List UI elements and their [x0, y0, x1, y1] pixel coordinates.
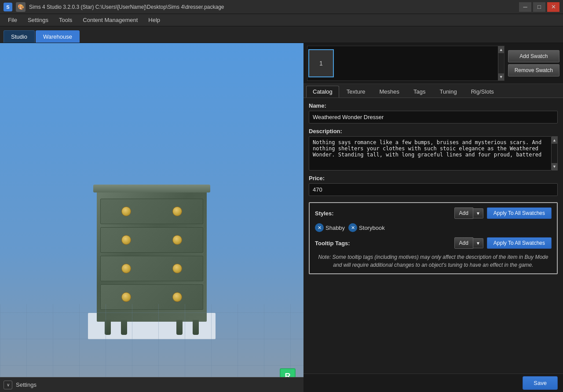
- app-icon: S: [4, 3, 12, 11]
- tooltip-add-button[interactable]: Add: [454, 237, 473, 249]
- dresser-3d-model: [88, 190, 216, 339]
- add-swatch-button[interactable]: Add Swatch: [508, 50, 559, 62]
- catalog-tab-meshes[interactable]: Meshes: [373, 86, 406, 98]
- drawer-knob: [172, 235, 182, 245]
- description-textarea[interactable]: [309, 136, 552, 171]
- style-tag-shabby-name: Shabby: [325, 225, 345, 231]
- menu-help[interactable]: Help: [144, 15, 165, 25]
- settings-label: Settings: [16, 381, 37, 388]
- drawer-knob: [121, 207, 131, 216]
- description-label: Description:: [309, 128, 558, 134]
- dresser-drawer-1: [100, 199, 203, 224]
- tooltip-add-chevron[interactable]: ▼: [473, 238, 483, 248]
- dresser-drawer-4: [100, 284, 203, 310]
- catalog-tab-texture[interactable]: Texture: [340, 86, 372, 98]
- desc-scroll-up[interactable]: ▲: [552, 137, 558, 144]
- viewport-render: R: [0, 43, 303, 392]
- catalog-content: Name: Description: ▲ ▼ Price: Styles:: [303, 98, 563, 374]
- style-tag-shabby-remove[interactable]: ✕: [315, 223, 324, 232]
- styles-label: Styles:: [315, 210, 334, 217]
- drawer-knob: [172, 264, 182, 273]
- drawer-knob: [121, 264, 131, 273]
- menu-bar: File Settings Tools Content Management H…: [0, 14, 563, 26]
- tab-warehouse[interactable]: Warehouse: [36, 30, 80, 43]
- swatch-scroll-up[interactable]: ▲: [498, 46, 504, 53]
- catalog-tab-catalog[interactable]: Catalog: [306, 86, 339, 98]
- menu-settings[interactable]: Settings: [23, 15, 53, 25]
- name-input[interactable]: [309, 111, 558, 123]
- window-controls: ─ □ ✕: [519, 2, 559, 12]
- dresser-top: [93, 185, 210, 192]
- dresser-drawer-2: [100, 227, 203, 253]
- main-content: R ∨ Settings 1 ▲ ▼ Add Swatch Remove Swa…: [0, 43, 563, 392]
- remove-swatch-button[interactable]: Remove Swatch: [508, 64, 559, 76]
- dresser-leg-4: [193, 320, 199, 335]
- description-scrollbar: ▲ ▼: [552, 136, 558, 171]
- window-title: Sims 4 Studio 3.2.0.3 (Star) C:\Users\[U…: [29, 4, 515, 10]
- right-panel: 1 ▲ ▼ Add Swatch Remove Swatch Catalog T…: [303, 43, 563, 392]
- style-tag-storybook-name: Storybook: [359, 225, 385, 231]
- swatch-item-1[interactable]: 1: [308, 49, 334, 77]
- menu-content-management[interactable]: Content Management: [78, 15, 142, 25]
- bottom-bar: Save: [303, 374, 563, 392]
- save-button[interactable]: Save: [523, 376, 558, 390]
- palette-icon: 🎨: [16, 2, 26, 12]
- title-bar: S 🎨 Sims 4 Studio 3.2.0.3 (Star) C:\User…: [0, 0, 563, 14]
- tooltip-add-dropdown: Add ▼: [454, 237, 483, 249]
- style-tag-storybook-remove[interactable]: ✕: [348, 223, 357, 232]
- description-wrapper: ▲ ▼: [309, 136, 558, 171]
- swatch-bar: 1 ▲ ▼ Add Swatch Remove Swatch: [303, 43, 563, 84]
- style-tag-storybook: ✕ Storybook: [348, 223, 385, 232]
- drawer-knob: [121, 235, 131, 245]
- drawer-knob: [172, 207, 182, 216]
- tab-studio[interactable]: Studio: [4, 30, 35, 43]
- viewport: R ∨ Settings: [0, 43, 303, 392]
- swatch-scrollbar: ▲ ▼: [498, 46, 504, 80]
- minimize-button[interactable]: ─: [519, 2, 531, 12]
- style-tag-shabby: ✕ Shabby: [315, 223, 345, 232]
- catalog-tab-tuning[interactable]: Tuning: [433, 86, 463, 98]
- catalog-tab-tags[interactable]: Tags: [407, 86, 432, 98]
- swatch-scroll-area[interactable]: 1 ▲ ▼: [307, 46, 505, 81]
- styles-add-chevron[interactable]: ▼: [473, 208, 483, 218]
- settings-chevron[interactable]: ∨: [4, 381, 12, 389]
- styles-add-dropdown: Add ▼: [454, 207, 483, 219]
- drawer-knob: [121, 292, 131, 302]
- close-button[interactable]: ✕: [547, 2, 559, 12]
- swatch-scroll-down[interactable]: ▼: [498, 73, 504, 80]
- catalog-tab-rigslots[interactable]: Rig/Slots: [464, 86, 501, 98]
- tab-bar: Studio Warehouse: [0, 26, 563, 43]
- name-label: Name:: [309, 102, 558, 109]
- price-label: Price:: [309, 175, 558, 181]
- styles-add-button[interactable]: Add: [454, 207, 473, 219]
- menu-tools[interactable]: Tools: [55, 15, 77, 25]
- tooltip-tags-header: Tooltip Tags: Add ▼ Apply To All Swatche…: [315, 237, 552, 249]
- dresser-body: [97, 190, 207, 322]
- dresser-base: [88, 313, 216, 339]
- dresser-leg-2: [121, 320, 127, 335]
- styles-section: Styles: Add ▼ Apply To All Swatches ✕ Sh…: [309, 202, 558, 274]
- price-input[interactable]: [309, 183, 558, 196]
- tooltip-note: Note: Some tooltip tags (including motiv…: [315, 253, 552, 269]
- settings-bar: ∨ Settings: [0, 377, 303, 392]
- tooltip-tags-label: Tooltip Tags:: [315, 240, 350, 247]
- swatch-actions: Add Swatch Remove Swatch: [508, 50, 559, 76]
- styles-header: Styles: Add ▼ Apply To All Swatches: [315, 207, 552, 219]
- catalog-tabs: Catalog Texture Meshes Tags Tuning Rig/S…: [303, 84, 563, 98]
- dresser-leg-3: [176, 320, 183, 335]
- dresser-drawer-3: [100, 256, 203, 281]
- tooltip-apply-all-button[interactable]: Apply To All Swatches: [487, 237, 552, 249]
- style-tags-list: ✕ Shabby ✕ Storybook: [315, 223, 552, 232]
- drawer-knob: [172, 292, 182, 302]
- desc-scroll-down[interactable]: ▼: [552, 163, 558, 170]
- maximize-button[interactable]: □: [533, 2, 545, 12]
- dresser-leg-1: [105, 320, 111, 335]
- menu-file[interactable]: File: [4, 15, 22, 25]
- styles-apply-all-button[interactable]: Apply To All Swatches: [487, 207, 552, 219]
